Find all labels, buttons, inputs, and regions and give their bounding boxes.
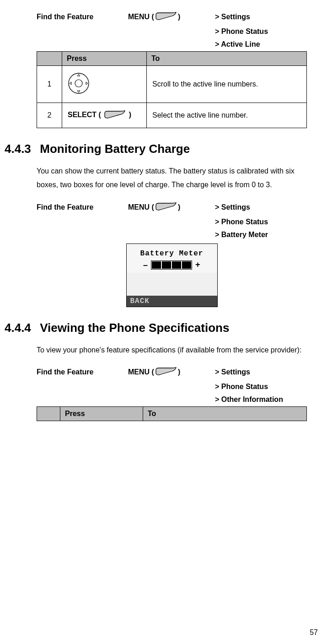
menu-text: MENU ( — [128, 203, 154, 211]
th-press: Press — [60, 407, 143, 421]
press-cell: SELECT ( ) — [62, 103, 147, 128]
menu-label: MENU ( ) — [128, 366, 215, 378]
softkey-icon — [104, 109, 126, 121]
path-settings: > Settings — [215, 13, 250, 21]
find-feature-row-1: Find the Feature MENU ( ) > Settings — [37, 11, 307, 23]
meter-cell — [162, 261, 171, 269]
steps-table-2: Press To — [37, 406, 307, 421]
th-to: To — [147, 52, 307, 66]
svg-point-0 — [69, 73, 89, 93]
path-battery-meter: > Battery Meter — [215, 231, 307, 239]
section-title: Monitoring Battery Charge — [40, 142, 190, 156]
softkey-icon — [155, 366, 177, 378]
menu-close-paren: ) — [178, 368, 180, 376]
page-number: 57 — [310, 628, 318, 637]
press-cell — [62, 66, 147, 103]
th-blank — [37, 407, 60, 421]
path-phone-status: > Phone Status — [215, 383, 307, 391]
section-heading-444: 4.4.4 Viewing the Phone Specifications — [5, 321, 318, 335]
select-label: SELECT ( — [68, 111, 101, 119]
find-feature-label: Find the Feature — [37, 13, 128, 21]
th-blank — [37, 52, 62, 66]
menu-close-paren: ) — [178, 203, 180, 211]
menu-close-paren: ) — [178, 13, 180, 21]
section-paragraph: You can show the current battery status.… — [37, 164, 307, 192]
meter-cell — [172, 261, 181, 269]
section-number: 4.4.4 — [5, 321, 37, 335]
screen-spacer — [127, 273, 217, 296]
find-feature-label: Find the Feature — [37, 368, 128, 376]
to-cell: Scroll to the active line numbers. — [147, 66, 307, 103]
find-feature-row-2: Find the Feature MENU ( ) > Settings — [37, 201, 307, 213]
path-active-line: > Active Line — [215, 40, 307, 49]
path-settings: > Settings — [215, 203, 250, 211]
meter-cell — [152, 261, 161, 269]
steps-table-1: Press To 1 — [37, 51, 307, 128]
table-row: 2 SELECT ( ) Select the active line numb… — [37, 103, 307, 128]
table-row: 1 Scroll t — [37, 66, 307, 103]
battery-meter — [151, 260, 192, 270]
select-close-paren: ) — [129, 111, 131, 119]
th-to: To — [143, 407, 307, 421]
step-number: 2 — [37, 103, 62, 128]
battery-meter-row: – + — [129, 260, 214, 270]
dpad-icon — [68, 72, 90, 96]
path-settings: > Settings — [215, 368, 250, 376]
meter-cell — [182, 261, 191, 269]
path-phone-status: > Phone Status — [215, 27, 307, 36]
section-paragraph: To view your phone's feature specificati… — [37, 343, 307, 357]
phone-screen: Battery Meter – + BACK — [126, 244, 218, 307]
phone-screenshot: Battery Meter – + BACK — [37, 244, 307, 307]
path-phone-status: > Phone Status — [215, 218, 307, 226]
plus-icon: + — [195, 260, 200, 270]
path-other-info: > Other Information — [215, 395, 307, 404]
minus-icon: – — [143, 260, 148, 270]
th-press: Press — [62, 52, 147, 66]
menu-label: MENU ( ) — [128, 11, 215, 23]
screen-title: Battery Meter — [129, 249, 214, 258]
to-cell: Select the active line number. — [147, 103, 307, 128]
section-heading-443: 4.4.3 Monitoring Battery Charge — [5, 142, 318, 156]
menu-text: MENU ( — [128, 368, 154, 376]
phone-screen-body: Battery Meter – + — [127, 244, 217, 273]
menu-label: MENU ( ) — [128, 201, 215, 213]
find-feature-row-3: Find the Feature MENU ( ) > Settings — [37, 366, 307, 378]
section-title: Viewing the Phone Specifications — [40, 321, 229, 335]
section-number: 4.4.3 — [5, 142, 37, 156]
step-number: 1 — [37, 66, 62, 103]
menu-text: MENU ( — [128, 13, 154, 21]
softkey-back: BACK — [127, 296, 217, 307]
find-feature-label: Find the Feature — [37, 203, 128, 211]
softkey-icon — [155, 11, 177, 23]
softkey-icon — [155, 201, 177, 213]
